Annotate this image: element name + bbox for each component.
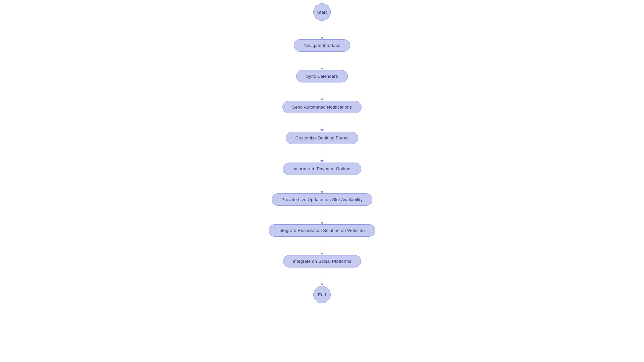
node-sync-calendars-label: Sync Calendars: [306, 74, 338, 79]
connector-2: [322, 82, 322, 101]
node-start[interactable]: Start: [313, 3, 331, 21]
connector-4: [322, 144, 322, 163]
node-send-notifications[interactable]: Send Automated Notifications: [282, 101, 362, 113]
connector-7: [322, 237, 322, 255]
node-payment-options[interactable]: Incorporate Payment Options: [283, 163, 361, 175]
node-end-label: End: [318, 292, 326, 297]
node-sync-calendars[interactable]: Sync Calendars: [296, 70, 347, 82]
flow-wrapper: Start Navigate Interface Sync Calendars …: [269, 3, 376, 303]
connector-8: [322, 267, 322, 286]
node-navigate-interface-label: Navigate Interface: [304, 43, 340, 48]
node-end[interactable]: End: [313, 286, 331, 303]
connector-3: [322, 113, 322, 132]
node-integrate-reservation[interactable]: Integrate Reservation Solution on Websit…: [269, 224, 376, 237]
node-integrate-reservation-label: Integrate Reservation Solution on Websit…: [278, 228, 366, 233]
node-live-updates[interactable]: Provide Live Updates on Slot Availabilit…: [272, 193, 372, 206]
node-integrate-social-label: Integrate on Social Platforms: [293, 259, 351, 264]
node-start-label: Start: [317, 10, 327, 15]
node-customize-booking-label: Customize Booking Forms: [296, 135, 348, 140]
node-integrate-social[interactable]: Integrate on Social Platforms: [283, 255, 361, 267]
node-send-notifications-label: Send Automated Notifications: [292, 105, 352, 110]
node-live-updates-label: Provide Live Updates on Slot Availabilit…: [281, 197, 363, 202]
node-payment-options-label: Incorporate Payment Options: [292, 166, 352, 171]
node-navigate-interface[interactable]: Navigate Interface: [294, 39, 350, 52]
connector-0: [322, 21, 322, 39]
connector-5: [322, 175, 322, 193]
node-customize-booking[interactable]: Customize Booking Forms: [286, 132, 358, 144]
connector-1: [322, 52, 322, 70]
connector-6: [322, 206, 322, 224]
diagram-container: Start Navigate Interface Sync Calendars …: [0, 0, 644, 362]
